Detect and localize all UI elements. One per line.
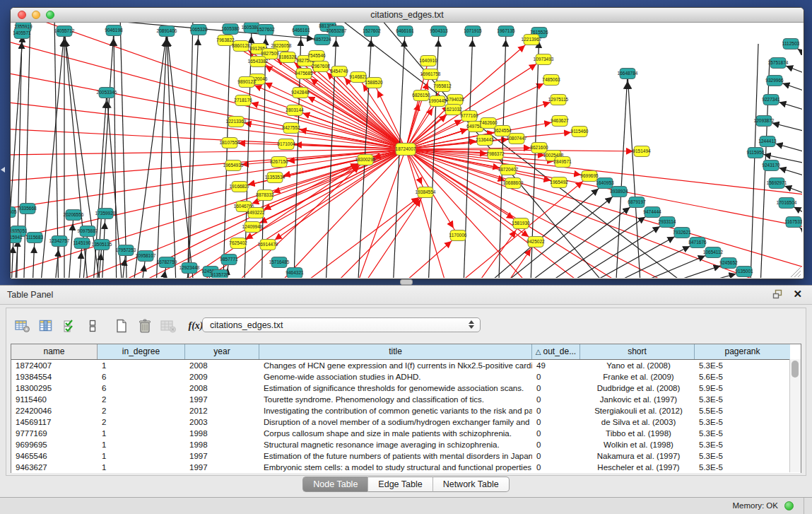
panel-splitter-handle[interactable]	[400, 279, 413, 285]
graph-node[interactable]: 9227341	[762, 95, 780, 105]
resize-grip[interactable]	[791, 267, 801, 277]
graph-node[interactable]: 9135720	[211, 270, 229, 279]
graph-node[interactable]: 1065328	[189, 25, 208, 35]
graph-node[interactable]: 8938924	[610, 187, 628, 197]
graph-node[interactable]: 12409948	[242, 222, 263, 233]
network-canvas[interactable]: 2355919140557114055712904619820891406106…	[11, 23, 802, 278]
graph-node[interactable]: 9890123	[237, 77, 256, 88]
graph-node[interactable]: 1990445	[428, 96, 447, 107]
graph-node[interactable]: 90975887	[78, 226, 98, 237]
graph-node[interactable]: 9425022	[526, 237, 545, 247]
splitter-collapse-arrow[interactable]	[1, 167, 5, 173]
graph-node[interactable]: 7986372	[486, 149, 505, 160]
graph-node[interactable]: 10688609	[503, 178, 524, 189]
rows-icon[interactable]	[82, 317, 103, 334]
graph-node[interactable]: 8471676	[688, 238, 707, 248]
graph-node[interactable]: 7545546	[307, 51, 326, 62]
graph-node[interactable]: 1605380	[221, 24, 240, 35]
graph-node[interactable]: 3915941	[11, 233, 23, 243]
graph-node[interactable]: 9777169	[460, 111, 478, 122]
graph-node[interactable]: 8878332	[256, 190, 274, 201]
graph-node[interactable]: 7932621	[673, 228, 691, 238]
graph-node[interactable]: 1112503	[782, 39, 800, 49]
citation-network-graph[interactable]: 2355919140557114055712904619820891406106…	[11, 23, 802, 278]
graph-node[interactable]: 10653287	[326, 26, 347, 37]
graph-node[interactable]: 15751874	[768, 58, 789, 69]
graph-node[interactable]: 1115683	[26, 233, 44, 243]
graph-node[interactable]: 16543382	[248, 57, 269, 67]
scrollbar-thumb[interactable]	[792, 361, 799, 378]
graph-node[interactable]: 17359928	[95, 209, 116, 219]
graph-node[interactable]: 1527602	[363, 26, 381, 37]
graph-node[interactable]: 16648784	[618, 69, 638, 79]
graph-node[interactable]: 2718176	[234, 95, 252, 106]
graph-node[interactable]: 13505135	[92, 240, 112, 250]
graph-node[interactable]: 10973493	[534, 54, 554, 65]
table-row[interactable]: 911546021997Tourette syndrome. Phenomeno…	[11, 394, 801, 405]
graph-node[interactable]: 17957253	[116, 245, 136, 256]
tab-network-table[interactable]: Network Table	[433, 477, 510, 492]
graph-node[interactable]: 9243170	[762, 160, 780, 171]
graph-node[interactable]: 2803144	[286, 105, 304, 116]
graph-node[interactable]: 9699695	[580, 171, 599, 182]
graph-node[interactable]: 20891406	[157, 26, 177, 37]
graph-node[interactable]: 9475685	[295, 69, 313, 79]
column-header-pagerank[interactable]: pagerank	[695, 344, 790, 359]
graph-node[interactable]: 9115460	[571, 127, 589, 137]
graph-node[interactable]: 11353534	[265, 173, 286, 183]
graph-node[interactable]: 1405571	[13, 28, 31, 39]
graph-node[interactable]: 9335668	[18, 204, 37, 214]
graph-node[interactable]: 1640910	[419, 56, 437, 66]
graph-node[interactable]: 1170006	[449, 230, 467, 241]
graph-node[interactable]: 15692971	[767, 178, 787, 189]
table-row[interactable]: 977716911998Corpus callosum shape and si…	[11, 428, 801, 439]
graph-node[interactable]: 17016504	[777, 198, 797, 209]
graph-node[interactable]: 18720407	[498, 165, 519, 175]
table-row[interactable]: 2242004622012Investigating the contribut…	[11, 405, 801, 416]
table-settings-icon[interactable]	[12, 317, 33, 334]
graph-node[interactable]: 9245652	[719, 258, 738, 269]
graph-node[interactable]: 2326605	[11, 207, 17, 218]
graph-node[interactable]: 7485063	[542, 75, 560, 86]
graph-node[interactable]: 1071915	[464, 26, 482, 37]
column-header-year[interactable]: year	[185, 344, 259, 359]
graph-node[interactable]: 1621032	[444, 105, 462, 115]
graph-node[interactable]: 12975115	[548, 95, 569, 105]
new-column-icon[interactable]	[111, 317, 132, 334]
graph-node[interactable]: 14055712	[54, 26, 75, 37]
graph-node[interactable]: 16914479	[258, 240, 278, 250]
graph-node[interactable]: 8860128	[232, 41, 250, 52]
table-row[interactable]: 969969511998Structural magnetic resonanc…	[11, 439, 801, 450]
graph-node[interactable]: 4857224	[313, 35, 331, 45]
graph-node[interactable]: 6466161	[292, 25, 310, 36]
table-scrollbar[interactable]	[789, 359, 801, 472]
tab-edge-table[interactable]: Edge Table	[368, 477, 433, 492]
graph-node[interactable]: 2136443	[476, 135, 494, 146]
graph-node[interactable]: 18300295	[355, 155, 376, 165]
graph-node[interactable]: 8186328	[278, 52, 297, 63]
graph-node[interactable]: 1527602	[257, 25, 275, 35]
graph-node[interactable]: 1145190	[73, 238, 91, 249]
graph-node[interactable]: 1588520	[365, 78, 383, 88]
graph-node[interactable]: 1965492	[550, 177, 568, 188]
graph-node[interactable]: 16782759	[157, 257, 177, 268]
tab-node-table[interactable]: Node Table	[302, 477, 368, 492]
graph-node[interactable]: 9329966	[765, 76, 784, 86]
column-header-name[interactable]: name	[11, 344, 98, 359]
graph-node[interactable]: 9151494	[632, 146, 651, 157]
graph-node[interactable]: 9115956	[747, 148, 765, 158]
column-header-short[interactable]: short	[580, 344, 695, 359]
graph-node[interactable]: 1581930	[512, 218, 530, 229]
graph-node[interactable]: 10958107	[136, 251, 156, 262]
graph-node[interactable]: 8267150	[270, 157, 288, 168]
graph-node[interactable]: 1244413	[758, 136, 777, 147]
column-header-title[interactable]: title	[259, 344, 532, 359]
graph-node[interactable]: 9474444	[643, 207, 661, 218]
graph-node[interactable]: 4493222	[247, 208, 265, 218]
table-row[interactable]: 946554611997Estimation of the future num…	[11, 450, 801, 462]
graph-node[interactable]: 7955812	[433, 81, 452, 92]
graph-node[interactable]: 2933114	[659, 217, 676, 228]
graph-node[interactable]: 9171004	[277, 139, 295, 150]
column-header-out_de[interactable]: △out_de...	[532, 344, 580, 359]
table-row[interactable]: 1830029562008Estimation of significance …	[11, 382, 801, 394]
